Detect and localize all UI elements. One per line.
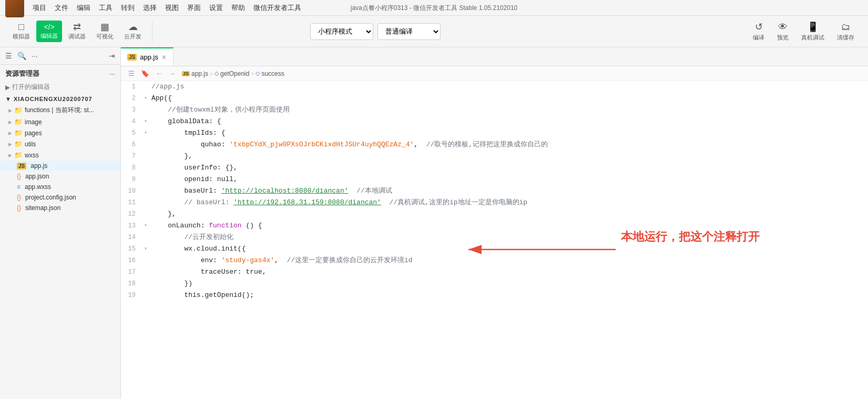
clear-cache-button[interactable]: 🗂 清缓存: [832, 19, 860, 44]
menu-item-wechat[interactable]: 微信开发者工具: [253, 3, 301, 13]
breadcrumb-getopenid[interactable]: ◇ getOpenid: [215, 70, 249, 77]
menu-item-select[interactable]: 选择: [143, 3, 157, 13]
code-content: userInfo: {},: [149, 162, 868, 174]
code-line-18: 18 }): [121, 278, 868, 290]
line-number: 1: [121, 81, 142, 93]
code-editor[interactable]: 1 //app.js 2 ▾ App({ 3 //创建towxml对象，供小程序…: [121, 81, 868, 399]
toolbar: □ 模拟器 </> 编辑器 ⇄ 调试器 ▦ 可视化 ☁ 云开发 小程序模式 插件…: [0, 16, 868, 47]
menu-item-project[interactable]: 项目: [33, 3, 46, 13]
tab-bar: JS app.js ✕: [121, 47, 868, 66]
breadcrumb-back-button[interactable]: ←: [154, 68, 165, 78]
menu-item-view[interactable]: 视图: [165, 3, 179, 13]
code-content: env: 'study-gas4x', //这里一定要换成你自己的云开发环境id: [149, 255, 868, 266]
fold-button[interactable]: ▾: [142, 116, 149, 127]
line-number: 17: [121, 266, 142, 278]
sidebar-section-open-editor[interactable]: ▶ 打开的编辑器: [0, 81, 120, 94]
tab-label: app.js: [140, 53, 158, 61]
sidebar-search-icon[interactable]: 🔍: [16, 51, 27, 61]
fold-button[interactable]: ▾: [142, 127, 149, 139]
sidebar-project-section[interactable]: ▼ XIAOCHENGXU20200707: [0, 94, 120, 104]
cloud-icon: ☁: [128, 22, 138, 32]
real-device-button[interactable]: 📱 真机调试: [796, 19, 830, 44]
fold-button[interactable]: ▾: [142, 220, 149, 232]
menu-item-goto[interactable]: 转到: [121, 3, 135, 13]
sidebar-item-utils[interactable]: ▶ 📁 utils: [0, 138, 120, 149]
line-number: 14: [121, 232, 142, 243]
breadcrumb-success[interactable]: ◇ success: [256, 70, 284, 77]
line-number: 7: [121, 151, 142, 162]
sidebar-item-appjs[interactable]: JS app.js: [0, 161, 120, 171]
fold-button[interactable]: ▾: [142, 93, 149, 104]
compile-select[interactable]: 普通编译 自定义编译: [377, 23, 441, 40]
menu-item-tools[interactable]: 工具: [99, 3, 113, 13]
tool-actions: ↺ 编译 👁 预览 📱 真机调试 🗂 清缓存: [748, 19, 860, 44]
menu-item-help[interactable]: 帮助: [231, 3, 245, 13]
bc-sep2: ›: [251, 70, 253, 77]
sidebar-item-label: wxss: [25, 152, 39, 159]
breadcrumb-menu-icon[interactable]: ☰: [126, 68, 137, 78]
sidebar-item-label: sitemap.json: [25, 204, 60, 212]
line-number: 16: [121, 255, 142, 266]
sidebar-menu-icon[interactable]: ☰: [4, 51, 13, 61]
line-number: 8: [121, 162, 142, 174]
editor-button[interactable]: </> 编辑器: [36, 21, 62, 42]
breadcrumb-bookmark-icon[interactable]: 🔖: [139, 68, 151, 78]
menu-item-edit[interactable]: 编辑: [77, 3, 90, 13]
sidebar-item-wxss[interactable]: ▶ 📁 wxss: [0, 149, 120, 161]
breadcrumb-appjs[interactable]: JS app.js: [182, 70, 208, 77]
debugger-button[interactable]: ⇄ 调试器: [64, 20, 90, 43]
code-content: },: [149, 208, 868, 220]
simulator-button[interactable]: □ 模拟器: [8, 20, 34, 43]
sidebar-item-functions[interactable]: ▶ 📁 functions | 当前环境: st...: [0, 104, 120, 116]
json-file-icon: {}: [17, 204, 21, 212]
chevron-right-icon: ▶: [8, 108, 12, 113]
chevron-right-icon: ▶: [8, 153, 12, 158]
clear-cache-label: 清缓存: [837, 34, 854, 42]
sidebar-more-icon[interactable]: ···: [30, 51, 39, 61]
sidebar-item-label: app.wxss: [25, 183, 51, 191]
sidebar-item-projectconfig[interactable]: {} project.config.json: [0, 192, 120, 203]
visualize-icon: ▦: [100, 22, 109, 32]
sidebar-item-appjson[interactable]: {} app.json: [0, 171, 120, 182]
code-line-8: 8 userInfo: {},: [121, 162, 868, 174]
debugger-icon: ⇄: [73, 22, 81, 32]
sidebar-item-pages[interactable]: ▶ 📁 pages: [0, 127, 120, 138]
preview-button[interactable]: 👁 预览: [772, 19, 794, 44]
menu-item-interface[interactable]: 界面: [187, 3, 201, 13]
real-device-icon: 📱: [807, 21, 819, 33]
cloud-label: 云开发: [124, 33, 141, 41]
tab-appjs[interactable]: JS app.js ✕: [121, 47, 173, 66]
breadcrumb-forward-button[interactable]: →: [167, 68, 178, 78]
debugger-label: 调试器: [68, 33, 86, 41]
menu-item-file[interactable]: 文件: [55, 3, 68, 13]
compile-button[interactable]: ↺ 编译: [748, 19, 770, 44]
code-area: JS app.js ✕ ☰ 🔖 ← → JS app.js › ◇ getOpe…: [121, 47, 868, 399]
sidebar-item-label: utils: [25, 141, 36, 148]
code-line-7: 7 },: [121, 151, 868, 162]
sidebar-item-appwxss[interactable]: ≡ app.wxss: [0, 182, 120, 192]
mode-select[interactable]: 小程序模式 插件模式: [310, 23, 373, 40]
sidebar-item-sitemapjson[interactable]: {} sitemap.json: [0, 203, 120, 213]
visualize-button[interactable]: ▦ 可视化: [92, 20, 118, 43]
bc-func-icon: ◇: [215, 70, 219, 77]
visualize-label: 可视化: [96, 33, 114, 41]
cloud-button[interactable]: ☁ 云开发: [120, 20, 146, 43]
sidebar-item-image[interactable]: ▶ 📁 image: [0, 116, 120, 127]
fold-button[interactable]: ▾: [142, 243, 149, 255]
sidebar-collapse-icon[interactable]: ⇥: [108, 51, 116, 61]
line-number: 4: [121, 116, 142, 127]
line-number: 18: [121, 278, 142, 290]
sidebar-dots-icon[interactable]: ···: [109, 70, 115, 78]
code-line-4: 4 ▾ globalData: {: [121, 116, 868, 127]
line-number: 5: [121, 127, 142, 139]
folder-icon: 📁: [14, 118, 23, 126]
sidebar-title-label: 资源管理器: [5, 69, 39, 78]
sidebar-item-label: functions | 当前环境: st...: [25, 106, 94, 115]
code-content: baseUrl: 'http://localhost:8080/diancan'…: [149, 185, 868, 197]
line-number: 11: [121, 197, 142, 208]
folder-icon: 📁: [14, 151, 23, 159]
menu-item-settings[interactable]: 设置: [209, 3, 223, 13]
compile-icon: ↺: [755, 21, 763, 33]
bc-getopenid-label: getOpenid: [220, 70, 249, 77]
tab-close-icon[interactable]: ✕: [161, 54, 167, 61]
